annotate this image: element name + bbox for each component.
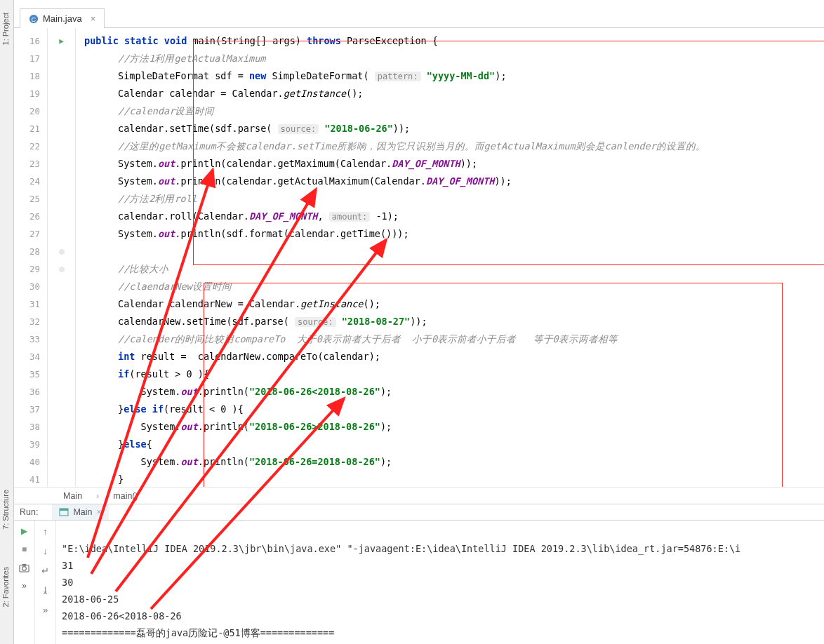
console-line: 30 <box>62 577 73 588</box>
run-label: Run: <box>20 507 38 517</box>
console-line: 31 <box>62 560 73 571</box>
file-tab-label: Main.java <box>43 13 82 24</box>
breadcrumb-class[interactable]: Main <box>63 491 82 501</box>
run-tool-window: Run: Main × ▶ ■ » ↑ ↓ ↵ ⤓ » "E:\idea\Int… <box>14 504 824 644</box>
stop-button[interactable]: ■ <box>18 543 31 556</box>
svg-rect-3 <box>60 509 68 511</box>
editor-area: 1617181920212223242526272829303132333435… <box>14 28 824 504</box>
scroll-to-end-icon[interactable]: ⤓ <box>39 584 52 596</box>
structure-tool-tab[interactable]: 7: Structure <box>0 484 11 535</box>
breadcrumb-method[interactable]: main() <box>113 491 138 501</box>
run-config-tab[interactable]: Main × <box>52 504 108 520</box>
close-tab-icon[interactable]: × <box>91 13 96 24</box>
java-class-icon: C <box>29 14 39 24</box>
run-header: Run: Main × <box>14 504 824 521</box>
rerun-button[interactable]: ▶ <box>18 525 31 537</box>
console-line: 2018-06-26<2018-08-26 <box>62 610 182 622</box>
console-command-line: "E:\idea\IntelliJ IDEA 2019.2.3\jbr\bin\… <box>62 543 740 554</box>
file-tab-main-java[interactable]: C Main.java × <box>20 8 105 28</box>
run-toolbar-left: ▶ ■ » <box>14 521 35 644</box>
console-line: =============磊哥的java历险记-@51博客===========… <box>62 627 334 638</box>
console-line: 2018-06-25 <box>62 593 119 605</box>
camera-icon <box>19 563 29 573</box>
svg-text:C: C <box>32 15 36 22</box>
breadcrumb-bar: Main › main() <box>14 487 824 504</box>
marker-gutter: ▶ <box>48 28 76 504</box>
down-icon[interactable]: ↓ <box>39 544 52 557</box>
svg-point-5 <box>22 566 27 570</box>
close-run-tab-icon[interactable]: × <box>97 507 102 517</box>
run-toolbar-2: ↑ ↓ ↵ ⤓ » <box>35 521 56 644</box>
line-number-gutter: 1617181920212223242526272829303132333435… <box>14 28 48 504</box>
run-tab-label: Main <box>73 507 92 517</box>
soft-wrap-icon[interactable]: ↵ <box>39 564 52 577</box>
run-gutter-icon[interactable]: ▶ <box>59 32 64 50</box>
run-tab-icon <box>59 507 69 517</box>
breadcrumb-separator-icon: › <box>96 491 99 501</box>
project-tool-tab[interactable]: 1: Project <box>0 7 11 51</box>
code-text-area[interactable]: public static void main(String[] args) t… <box>76 28 824 504</box>
more-actions-icon[interactable]: » <box>18 579 31 592</box>
up-icon[interactable]: ↑ <box>39 525 52 537</box>
screenshot-button[interactable] <box>18 561 31 574</box>
more-icon[interactable]: » <box>39 603 52 616</box>
fold-marker-icon[interactable] <box>59 249 65 255</box>
favorites-tool-tab[interactable]: 2: Favorites <box>0 561 11 612</box>
console-output[interactable]: "E:\idea\IntelliJ IDEA 2019.2.3\jbr\bin\… <box>56 521 824 644</box>
left-tool-sidebar: 1: Project 7: Structure 2: Favorites <box>0 0 14 644</box>
editor-tab-bar: C Main.java × <box>14 0 824 28</box>
fold-marker-icon[interactable] <box>59 267 65 272</box>
svg-rect-6 <box>22 563 27 565</box>
